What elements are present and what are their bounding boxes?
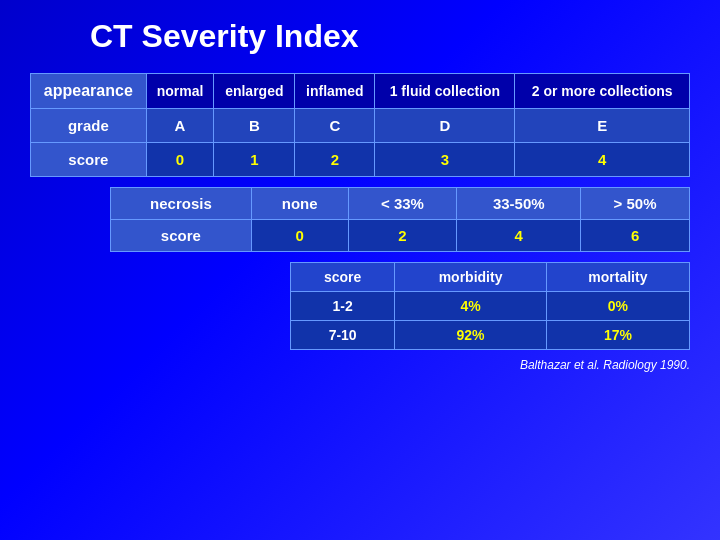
morbidity-col-header: morbidity [395, 263, 547, 292]
mortality-col-header: mortality [546, 263, 689, 292]
middle-score-0: 0 [251, 220, 348, 252]
normal-header: normal [146, 74, 214, 109]
score-1: 1 [214, 143, 295, 177]
grade-c: C [295, 109, 375, 143]
grade-d: D [375, 109, 515, 143]
none-header: none [251, 188, 348, 220]
1fluid-header: 1 fluid collection [375, 74, 515, 109]
inflamed-header: inflamed [295, 74, 375, 109]
score-col-header: score [291, 263, 395, 292]
tables-wrapper: appearance normal enlarged inflamed 1 fl… [30, 73, 690, 350]
middle-table: necrosis none < 33% 33-50% > 50% score 0… [110, 187, 690, 252]
middle-header-row: necrosis none < 33% 33-50% > 50% [111, 188, 690, 220]
bottom-row-2: 7-10 92% 17% [291, 321, 690, 350]
33-50-header: 33-50% [457, 188, 581, 220]
score-1-2: 1-2 [291, 292, 395, 321]
enlarged-header: enlarged [214, 74, 295, 109]
middle-score-label: score [111, 220, 252, 252]
bottom-row-1: 1-2 4% 0% [291, 292, 690, 321]
necrosis-header: necrosis [111, 188, 252, 220]
top-table: appearance normal enlarged inflamed 1 fl… [30, 73, 690, 177]
middle-score-2: 2 [348, 220, 457, 252]
morbidity-7-10: 92% [395, 321, 547, 350]
2more-header: 2 or more collections [515, 74, 690, 109]
score-0: 0 [146, 143, 214, 177]
mortality-7-10: 17% [546, 321, 689, 350]
gt50-header: > 50% [581, 188, 690, 220]
page-title: CT Severity Index [90, 18, 359, 55]
score-row: score 0 1 2 3 4 [31, 143, 690, 177]
middle-score-6: 6 [581, 220, 690, 252]
appearance-header: appearance [31, 74, 147, 109]
grade-a: A [146, 109, 214, 143]
mortality-1-2: 0% [546, 292, 689, 321]
grade-row: grade A B C D E [31, 109, 690, 143]
page: CT Severity Index appearance normal enla… [0, 0, 720, 540]
bottom-header-row: score morbidity mortality [291, 263, 690, 292]
bottom-table: score morbidity mortality 1-2 4% 0% 7-10… [290, 262, 690, 350]
top-table-header-row: appearance normal enlarged inflamed 1 fl… [31, 74, 690, 109]
middle-score-row: score 0 2 4 6 [111, 220, 690, 252]
lt33-header: < 33% [348, 188, 457, 220]
grade-e: E [515, 109, 690, 143]
score-4: 4 [515, 143, 690, 177]
score-3: 3 [375, 143, 515, 177]
citation: Balthazar et al. Radiology 1990. [520, 358, 690, 372]
middle-score-4: 4 [457, 220, 581, 252]
morbidity-1-2: 4% [395, 292, 547, 321]
score-label: score [31, 143, 147, 177]
score-2: 2 [295, 143, 375, 177]
grade-label: grade [31, 109, 147, 143]
score-7-10: 7-10 [291, 321, 395, 350]
grade-b: B [214, 109, 295, 143]
